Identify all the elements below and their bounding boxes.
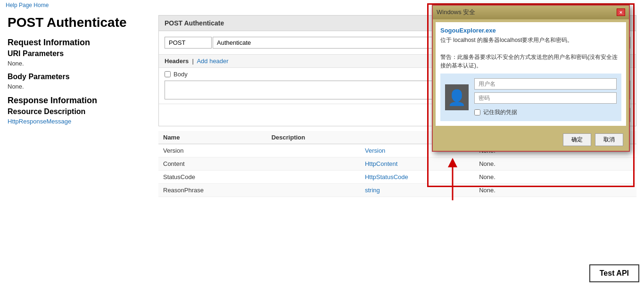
overlay: Windows 安全 × SogouExplorer.exe 位于 localh… [0, 0, 644, 287]
dialog-content: SogouExplorer.exe 位于 localhost 的服务器local… [436, 22, 626, 126]
remember-checkbox[interactable] [474, 109, 480, 115]
password-input[interactable] [474, 92, 617, 104]
credential-fields: 记住我的凭据 [474, 78, 617, 116]
cancel-button[interactable]: 取消 [595, 133, 623, 146]
dialog-titlebar: Windows 安全 × [433, 6, 629, 19]
dialog-buttons: 确定 取消 [433, 129, 629, 151]
dialog-desc-line1: 位于 localhost 的服务器localhost要求用户名和密码。 [440, 37, 573, 43]
dialog-close-button[interactable]: × [617, 8, 625, 16]
dialog-title: Windows 安全 [437, 8, 475, 16]
username-input[interactable] [474, 78, 617, 90]
svg-marker-1 [448, 158, 457, 167]
page-wrapper: Help Page Home POST Authenticate Request… [0, 0, 644, 287]
windows-security-dialog: Windows 安全 × SogouExplorer.exe 位于 localh… [432, 5, 630, 152]
dialog-app-name: SogouExplorer.exe [440, 27, 621, 34]
avatar-icon: 👤 [447, 89, 466, 107]
red-arrow [443, 158, 462, 206]
remember-label: 记住我的凭据 [483, 108, 517, 116]
credentials-area: 👤 记住我的凭据 [440, 74, 621, 121]
remember-row: 记住我的凭据 [474, 107, 617, 116]
dialog-warning: 警告：此服务器要求以不安全的方式发送您的用户名和密码(没有安全连接的基本认证)。 [440, 54, 618, 69]
dialog-desc: 位于 localhost 的服务器localhost要求用户名和密码。 警告：此… [440, 36, 621, 70]
ok-button[interactable]: 确定 [563, 133, 591, 146]
user-avatar: 👤 [445, 84, 469, 110]
